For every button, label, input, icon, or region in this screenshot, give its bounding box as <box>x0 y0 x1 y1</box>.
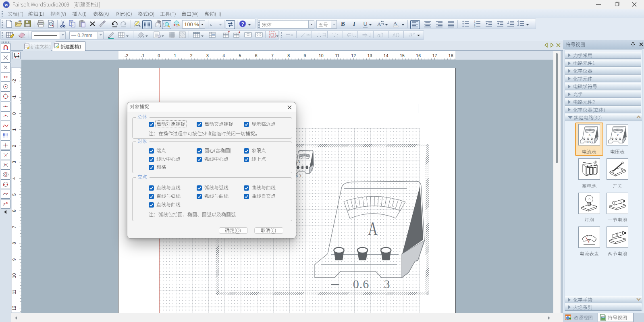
svg-text:4: 4 <box>222 53 225 58</box>
svg-text:8: 8 <box>287 53 290 58</box>
svg-text:A: A <box>377 21 381 27</box>
svg-text:2: 2 <box>190 53 193 58</box>
svg-text:A: A <box>588 133 591 137</box>
svg-text:5: 5 <box>239 53 241 58</box>
svg-text:-1: -1 <box>141 53 144 58</box>
svg-text:?: ? <box>241 21 244 27</box>
svg-text:1: 1 <box>12 129 17 131</box>
svg-text:13: 13 <box>368 53 372 58</box>
svg-text:0: 0 <box>12 112 17 115</box>
svg-text:18: 18 <box>449 53 453 58</box>
svg-text:A: A <box>368 218 378 239</box>
svg-text:6: 6 <box>12 210 17 212</box>
svg-text:W: W <box>4 3 8 7</box>
svg-text:2: 2 <box>12 145 17 147</box>
svg-text:7: 7 <box>12 226 17 228</box>
svg-text:3: 3 <box>474 25 476 28</box>
svg-text:5: 5 <box>12 193 17 196</box>
svg-text:-: - <box>623 137 624 141</box>
svg-text:11: 11 <box>335 53 340 58</box>
svg-text:8: 8 <box>12 242 17 245</box>
svg-text:9: 9 <box>12 258 17 261</box>
svg-text:12: 12 <box>351 53 356 58</box>
svg-text:7: 7 <box>271 53 274 58</box>
svg-text:16: 16 <box>416 53 421 58</box>
svg-text:14: 14 <box>384 53 388 58</box>
svg-text:3: 3 <box>384 277 390 291</box>
svg-text:17: 17 <box>432 53 437 58</box>
svg-text:4: 4 <box>12 177 17 180</box>
svg-text:1: 1 <box>174 53 176 58</box>
svg-text:10: 10 <box>319 53 324 58</box>
svg-text:3: 3 <box>12 161 17 163</box>
svg-text:A: A <box>393 20 397 26</box>
svg-text:3: 3 <box>206 53 209 58</box>
svg-text:+: + <box>612 137 614 141</box>
svg-text:- 0.2 3: - 0.2 3 <box>586 141 593 144</box>
svg-text:A: A <box>297 159 300 164</box>
svg-text:10: 10 <box>12 273 17 278</box>
svg-text:15: 15 <box>400 53 405 58</box>
svg-text:6: 6 <box>255 53 258 58</box>
svg-text:A: A <box>588 239 590 242</box>
svg-text:V: V <box>617 133 619 137</box>
svg-text:-1: -1 <box>12 95 17 99</box>
svg-text:9: 9 <box>304 53 306 58</box>
svg-text:-2: -2 <box>12 79 17 83</box>
svg-text:0.6: 0.6 <box>353 277 370 291</box>
svg-text:11: 11 <box>12 290 17 294</box>
svg-text:-2: -2 <box>125 53 128 58</box>
svg-text:0: 0 <box>158 53 160 58</box>
svg-text:12: 12 <box>12 305 17 310</box>
